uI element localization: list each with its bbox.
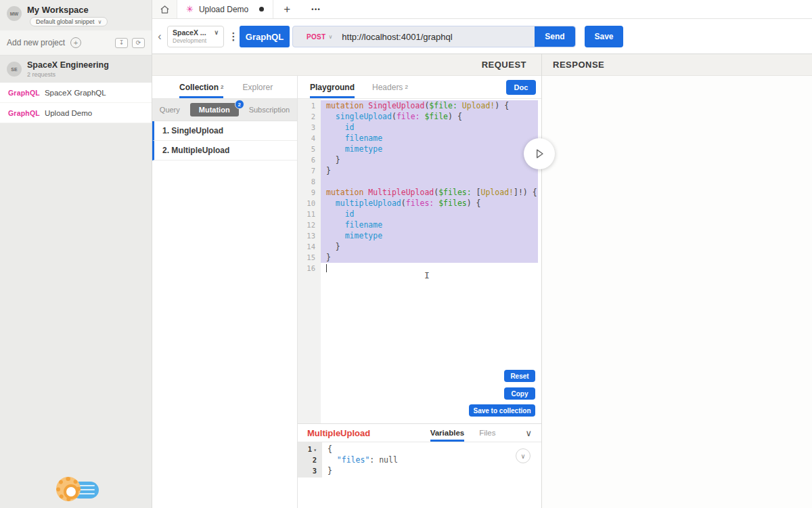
play-icon [533,147,546,161]
export-icon[interactable]: ⟳ [132,38,145,48]
document-tabbar: ✳ Upload Demo + ••• [152,0,812,19]
line-number: 11 [298,209,321,219]
environment-stage: Development [173,37,219,44]
add-project-button[interactable]: + [70,37,81,48]
request-toolbar: ‹ SpaceX ... ∨ Development ⋮ GraphQL POS… [152,19,812,54]
code-line: 5 mimetype [298,144,541,154]
code-line: 8 [298,176,541,187]
operation-item-multipleupload[interactable]: 2. MultipleUpload [152,141,297,161]
collapse-sidebar-button[interactable]: ‹ [154,19,166,54]
sidebar-item-request[interactable]: GraphQL Upload Demo [0,103,152,123]
environment-name: SpaceX ... [173,28,206,37]
home-icon [160,5,170,14]
project-meta: 2 requests [27,71,55,78]
code-line: 10 multipleUpload(files: $files) { [298,198,541,209]
run-query-button[interactable] [524,138,555,169]
doc-button[interactable]: Doc [506,80,536,95]
request-panel-header: REQUEST [152,54,541,76]
mutation-count-badge: 2 [235,100,244,109]
app-brand-logo [56,474,98,505]
tab-collection[interactable]: Collection 2 [179,76,223,98]
global-snippet-dropdown[interactable]: Default global snippet ∨ [30,17,108,26]
code-line: 2 "files": null [298,454,541,465]
copy-button[interactable]: Copy [504,387,535,400]
code-line: 7} [298,165,541,176]
line-number: 2 [298,454,322,465]
reset-button[interactable]: Reset [504,370,535,382]
graphql-mode-button[interactable]: GraphQL [240,26,290,47]
tab-explorer[interactable]: Explorer [242,76,273,98]
variables-editor[interactable]: 1▾{2 "files": null3} ∨ [298,442,541,483]
tab-headers[interactable]: Headers 2 [372,76,408,98]
collection-tabs: Collection 2 Explorer [152,76,297,99]
send-button[interactable]: Send [535,26,575,47]
chevron-down-icon: ∨ [98,19,102,25]
tab-collection-label: Collection [179,83,219,92]
sidebar-item-project[interactable]: SE SpaceX Engineering 2 requests [0,56,152,83]
save-to-collection-button[interactable]: Save to collection [469,404,535,417]
fold-icon[interactable]: ▾ [313,447,317,453]
project-name: SpaceX Engineering [27,60,109,70]
operation-type-switcher: Query Mutation 2 Subscription [152,99,297,121]
line-number: 3 [298,122,321,133]
code-line: 13 mimetype [298,230,541,241]
playground-column: Playground Headers 2 Doc 1mutation Singl… [298,76,541,508]
line-number: 1 [298,100,321,111]
workspace-avatar: MW [7,6,22,21]
import-icon[interactable]: ↧ [115,38,128,48]
code-line: 4 filename [298,133,541,144]
operation-item-singleupload[interactable]: 1. SingleUpload [152,121,297,141]
line-number: 3 [298,465,322,476]
url-input[interactable]: http://localhost:4001/graphql [342,32,452,42]
tab-files-label: Files [479,429,495,437]
tab-files[interactable]: Files [479,424,495,442]
home-button[interactable] [152,0,177,18]
variables-panel: MultipleUpload Variables Files ∨ 1▾{2 "f… [298,423,541,483]
segment-subscription[interactable]: Subscription [249,106,290,114]
segment-mutation[interactable]: Mutation 2 [190,103,239,117]
segment-query[interactable]: Query [160,106,180,114]
line-number: 4 [298,133,321,144]
more-tabs-button[interactable]: ••• [300,0,332,18]
line-number: 1▾ [298,444,322,454]
tab-upload-demo[interactable]: ✳ Upload Demo [177,0,273,18]
line-number: 9 [298,187,321,198]
line-number: 13 [298,230,321,241]
request-list: GraphQL SpaceX GraphQL GraphQL Upload De… [0,83,152,123]
line-number: 10 [298,198,321,209]
response-panel-header: RESPONSE [542,54,812,76]
code-line: 12 filename [298,219,541,230]
sidebar-item-request[interactable]: GraphQL SpaceX GraphQL [0,83,152,103]
code-line: 1▾{ [298,444,541,454]
line-number: 16 [298,263,321,274]
save-button[interactable]: Save [585,26,623,47]
project-avatar: SE [7,62,22,77]
new-tab-button[interactable]: + [273,0,300,18]
request-panel: REQUEST Collection 2 Explorer Query Muta… [152,54,541,508]
url-bar[interactable]: POST ∨ http://localhost:4001/graphql Sen… [292,26,576,47]
operation-title: MultipleUpload [307,428,370,438]
line-number: 12 [298,219,321,230]
tab-collection-count: 2 [221,84,223,90]
method-selector[interactable]: POST [307,33,325,41]
tab-playground[interactable]: Playground [310,76,355,98]
segment-mutation-label: Mutation [199,106,230,114]
environment-dropdown[interactable]: SpaceX ... ∨ Development [167,26,224,47]
tab-headers-count: 2 [405,84,407,90]
add-project-row: Add new project + ↧ ⟳ [0,30,152,56]
tab-label: Upload Demo [199,5,248,14]
editor-options-chevron-icon[interactable]: ∨ [516,448,531,463]
sidebar: MW My Workspace Default global snippet ∨… [0,0,152,508]
line-number: 15 [298,252,321,263]
response-panel: RESPONSE [541,54,812,508]
tab-variables-label: Variables [430,429,465,437]
unsaved-indicator-dot[interactable] [259,7,264,12]
request-name: Upload Demo [45,109,92,117]
text-cursor-icon: I [424,270,430,280]
chevron-down-icon: ∨ [328,34,332,40]
kebab-menu-icon[interactable]: ⋮ [228,19,239,54]
tab-playground-label: Playground [310,83,355,92]
collapse-panel-chevron-icon[interactable]: ∨ [525,428,532,438]
tab-variables[interactable]: Variables [430,424,465,442]
line-number: 7 [298,165,321,176]
